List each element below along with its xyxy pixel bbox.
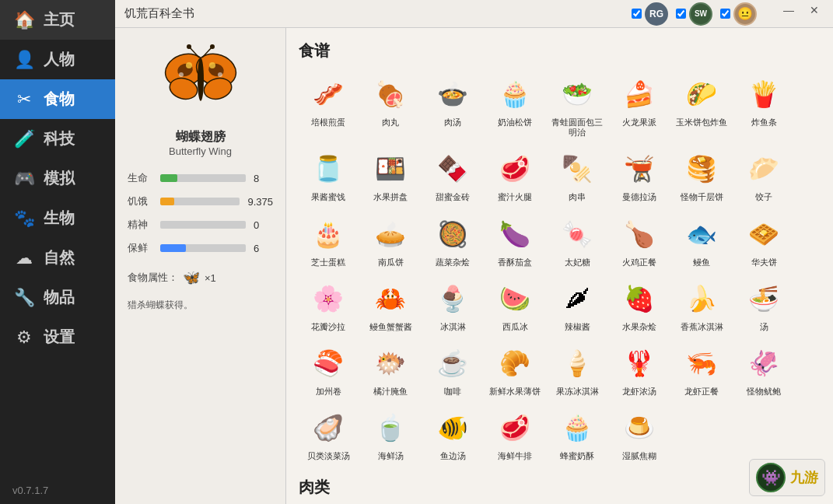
- recipe-item[interactable]: 🌶辣椒酱: [548, 274, 607, 335]
- obtain-text: 猎杀蝴蝶获得。: [128, 299, 273, 312]
- recipe-item[interactable]: 🦑怪物鱿鲍: [734, 338, 793, 400]
- recipe-item[interactable]: 🧇华夫饼: [734, 209, 793, 271]
- checkbox-1[interactable]: [632, 9, 642, 19]
- sidebar-item-tech[interactable]: 🧪 科技: [0, 119, 115, 159]
- recipe-item[interactable]: 🍨冰淇淋: [423, 274, 482, 335]
- recipe-item[interactable]: 🍉西瓜冰: [485, 274, 544, 335]
- food-item-icon: 🍫: [431, 147, 474, 191]
- right-panel[interactable]: 食谱 🥓培根煎蛋🍖肉丸🍲肉汤🧁奶油松饼🥗青蛙圆面包三明治🍰火龙果派🌮玉米饼包炸鱼…: [286, 28, 833, 504]
- food-attr-butterfly-icon: 🦋: [183, 269, 200, 286]
- recipe-item[interactable]: 🫙果酱蜜饯: [299, 144, 358, 205]
- checkbox-group-2[interactable]: SW: [676, 2, 712, 26]
- food-item-icon: 🥘: [431, 212, 474, 256]
- food-item-name: 水果拼盘: [373, 192, 408, 202]
- food-item-icon: 🍜: [742, 277, 786, 320]
- sidebar-item-settings[interactable]: ⚙ 设置: [0, 317, 115, 357]
- version-label: v0.7.1.7: [0, 477, 115, 504]
- settings-icon: ⚙: [12, 327, 36, 348]
- recipe-item[interactable]: 🥩蜜汁火腿: [485, 144, 544, 205]
- food-item-name: 青蛙圆面包三明治: [549, 117, 605, 138]
- recipe-item[interactable]: 🥗青蛙圆面包三明治: [548, 69, 607, 141]
- sidebar-item-simulate[interactable]: 🎮 模拟: [0, 159, 115, 198]
- close-button[interactable]: ✕: [805, 2, 824, 26]
- recipe-item[interactable]: 🥟饺子: [734, 144, 793, 205]
- stat-freshness-value: 6: [254, 243, 259, 254]
- window-controls: RG SW 😐 — ✕: [632, 2, 824, 26]
- recipe-item[interactable]: 🍢肉串: [548, 144, 607, 205]
- recipe-item[interactable]: 🎂芝士蛋糕: [299, 209, 358, 271]
- food-item-icon: 🍉: [493, 277, 537, 320]
- creature-icon: 🐾: [12, 208, 36, 229]
- food-item-icon: 🧁: [493, 72, 537, 116]
- recipe-item[interactable]: 🥐新鲜水果薄饼: [485, 338, 544, 400]
- recipe-item[interactable]: 🍰火龙果派: [610, 69, 669, 141]
- minimize-button[interactable]: —: [779, 2, 799, 26]
- recipe-item[interactable]: 🐠鱼边汤: [423, 403, 482, 464]
- recipe-item[interactable]: 🍓水果杂烩: [610, 274, 669, 335]
- recipe-item[interactable]: 🍲肉汤: [423, 69, 482, 141]
- sidebar-item-food[interactable]: ✂ 食物: [0, 79, 115, 119]
- recipe-item[interactable]: 🍖肉丸: [361, 69, 420, 141]
- recipe-item[interactable]: 🍜汤: [734, 274, 793, 335]
- recipe-item[interactable]: 🍌香蕉冰淇淋: [672, 274, 731, 335]
- recipe-item[interactable]: 🥩海鲜牛排: [485, 403, 544, 464]
- recipe-item[interactable]: 🍗火鸡正餐: [610, 209, 669, 271]
- recipe-item[interactable]: 🧁奶油松饼: [485, 69, 544, 141]
- recipe-section-title: 食谱: [299, 40, 821, 61]
- food-attr-count: ×1: [205, 272, 216, 284]
- recipe-item[interactable]: 🌮玉米饼包炸鱼: [672, 69, 731, 141]
- recipe-item[interactable]: 🍬太妃糖: [548, 209, 607, 271]
- recipe-item[interactable]: 🍣加州卷: [299, 338, 358, 400]
- recipe-item[interactable]: 🍮湿腻焦糊: [610, 403, 669, 464]
- recipe-item[interactable]: 🥓培根煎蛋: [299, 69, 358, 141]
- meat-section-title: 肉类: [299, 477, 821, 498]
- food-item-icon: 🍢: [555, 147, 599, 191]
- recipe-item[interactable]: 🍱水果拼盘: [361, 144, 420, 205]
- svg-point-10: [198, 58, 204, 101]
- sidebar-item-characters[interactable]: 👤 人物: [0, 40, 115, 79]
- recipe-item[interactable]: 🐡橘汁腌鱼: [361, 338, 420, 400]
- recipe-item[interactable]: 🫕曼德拉汤: [610, 144, 669, 205]
- recipe-item[interactable]: 🥧南瓜饼: [361, 209, 420, 271]
- sidebar-label-simulate: 模拟: [44, 168, 75, 189]
- recipe-item[interactable]: 🍦果冻冰淇淋: [548, 338, 607, 400]
- food-item-icon: 🍮: [618, 406, 661, 450]
- recipe-item[interactable]: 🦀鳗鱼蟹蟹酱: [361, 274, 420, 335]
- checkbox-3[interactable]: [720, 9, 730, 19]
- recipe-item[interactable]: 🥞怪物千层饼: [672, 144, 731, 205]
- recipe-item[interactable]: 🧁蜂蜜奶酥: [548, 403, 607, 464]
- stat-freshness-bar-fill: [160, 244, 186, 252]
- food-item-icon: 🍌: [680, 277, 723, 320]
- food-item-icon: 🍱: [369, 147, 412, 191]
- food-item-name: 蜂蜜奶酥: [560, 451, 594, 461]
- sidebar-item-creatures[interactable]: 🐾 生物: [0, 198, 115, 238]
- recipe-item[interactable]: 🍵海鲜汤: [361, 403, 420, 464]
- sidebar-item-items[interactable]: 🔧 物品: [0, 278, 115, 317]
- recipe-item[interactable]: 🐟鳗鱼: [672, 209, 731, 271]
- sidebar-item-home[interactable]: 🏠 主页: [0, 0, 115, 40]
- items-icon: 🔧: [12, 288, 36, 308]
- food-item-name: 海鲜牛排: [498, 451, 532, 461]
- checkbox-group-3[interactable]: 😐: [720, 2, 757, 26]
- item-name-en: Butterfly Wing: [169, 145, 232, 157]
- food-item-name: 湿腻焦糊: [622, 451, 656, 461]
- stat-health-bar-fill: [160, 174, 177, 182]
- recipe-item[interactable]: 🥘蔬菜杂烩: [423, 209, 482, 271]
- food-item-name: 奶油松饼: [498, 117, 532, 128]
- checkbox-group-1[interactable]: RG: [632, 2, 668, 26]
- main-area: 饥荒百科全书 RG SW 😐 — ✕: [115, 0, 833, 504]
- sidebar-item-nature[interactable]: ☁ 自然: [0, 238, 115, 278]
- recipe-item[interactable]: ☕咖啡: [423, 338, 482, 400]
- recipe-item[interactable]: 🍟炸鱼条: [734, 69, 793, 141]
- recipe-item[interactable]: 🌸花瓣沙拉: [299, 274, 358, 335]
- food-item-icon: 🍣: [306, 341, 350, 385]
- recipe-item[interactable]: 🍆香酥茄盒: [485, 209, 544, 271]
- recipe-item[interactable]: 🍫甜蜜金砖: [423, 144, 482, 205]
- recipe-item[interactable]: 🦐龙虾正餐: [672, 338, 731, 400]
- recipe-item[interactable]: 🦞龙虾浓汤: [610, 338, 669, 400]
- checkbox-2[interactable]: [676, 9, 686, 19]
- recipe-food-grid: 🥓培根煎蛋🍖肉丸🍲肉汤🧁奶油松饼🥗青蛙圆面包三明治🍰火龙果派🌮玉米饼包炸鱼🍟炸鱼…: [299, 69, 821, 464]
- svg-point-8: [179, 72, 184, 77]
- recipe-item[interactable]: 🦪贝类淡菜汤: [299, 403, 358, 464]
- item-name-cn: 蝴蝶翅膀: [176, 129, 226, 145]
